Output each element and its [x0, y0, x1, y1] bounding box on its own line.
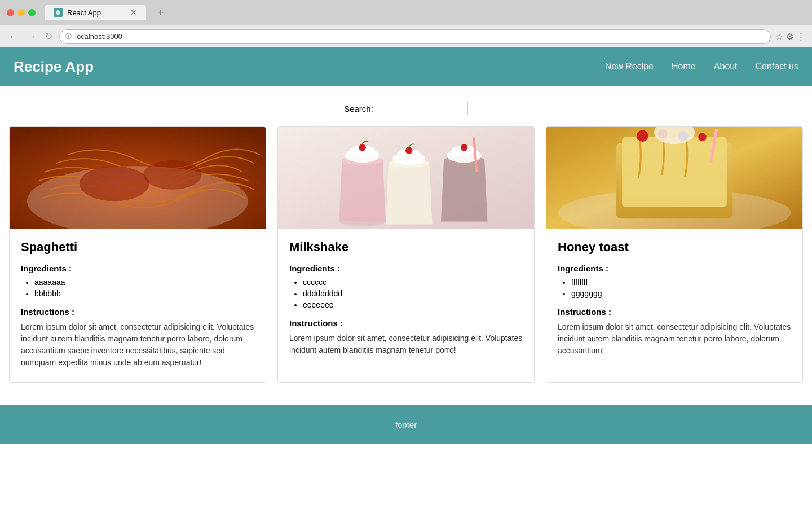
browser-titlebar: React App ✕ + — [0, 0, 812, 25]
recipe-card-body-honeytoast: Honey toast Ingredients : ffffffff ggggg… — [546, 229, 802, 370]
footer-text: footer — [395, 420, 417, 430]
bookmark-button[interactable]: ☆ — [775, 32, 783, 42]
ingredients-label-honeytoast: Ingredients : — [558, 264, 791, 273]
recipe-image-milkshake — [278, 127, 534, 229]
recipe-card-honeytoast: Honey toast Ingredients : ffffffff ggggg… — [546, 126, 803, 383]
ingredient-1: ddddddddd — [303, 289, 523, 298]
ingredient-0: cccccc — [303, 278, 523, 287]
search-input[interactable] — [378, 102, 468, 115]
nav-link-home[interactable]: Home — [672, 62, 696, 72]
browser-window: React App ✕ + ← → ↻ ⓘ localhost:3000 ☆ ⚙… — [0, 0, 812, 508]
svg-point-14 — [405, 147, 412, 154]
recipe-title-honeytoast: Honey toast — [558, 240, 791, 255]
ingredient-0: aaaaaaa — [34, 278, 254, 287]
instructions-label-spaghetti: Instructions : — [21, 307, 254, 317]
svg-point-10 — [359, 144, 365, 151]
recipe-image-spaghetti — [10, 127, 266, 229]
ingredient-2: eeeeeee — [303, 300, 523, 309]
recipe-cards-grid: Spaghetti Ingredients : aaaaaaa bbbbbb I… — [0, 126, 812, 405]
toolbar-actions: ☆ ⚙ ⋮ — [775, 32, 805, 42]
navbar-links: New Recipe Home About Contact us — [605, 62, 798, 72]
browser-tab[interactable]: React App ✕ — [45, 5, 146, 20]
nav-link-about[interactable]: About — [714, 62, 738, 72]
ingredients-label-spaghetti: Ingredients : — [21, 264, 254, 273]
footer: footer — [0, 405, 812, 444]
recipe-card-spaghetti: Spaghetti Ingredients : aaaaaaa bbbbbb I… — [9, 126, 266, 383]
search-section: Search: — [0, 86, 812, 126]
browser-toolbar: ← → ↻ ⓘ localhost:3000 ☆ ⚙ ⋮ — [0, 25, 812, 47]
nav-link-contact[interactable]: Contact us — [756, 62, 798, 72]
minimize-button[interactable] — [17, 9, 25, 16]
recipe-title-spaghetti: Spaghetti — [21, 240, 254, 255]
close-button[interactable] — [7, 9, 14, 16]
search-label: Search: — [344, 104, 373, 113]
extensions-button[interactable]: ⚙ — [786, 32, 793, 42]
tab-close-button[interactable]: ✕ — [130, 8, 137, 17]
instructions-label-honeytoast: Instructions : — [558, 307, 791, 317]
ingredients-list-spaghetti: aaaaaaa bbbbbb — [21, 278, 254, 298]
tab-favicon — [54, 8, 63, 17]
address-bar[interactable]: ⓘ localhost:3000 — [59, 29, 771, 44]
recipe-card-body-milkshake: Milkshake Ingredients : cccccc ddddddddd… — [278, 229, 534, 370]
recipe-card-milkshake: Milkshake Ingredients : cccccc ddddddddd… — [277, 126, 535, 383]
navbar: Recipe App New Recipe Home About Contact… — [0, 47, 812, 86]
back-button[interactable]: ← — [7, 29, 20, 44]
navbar-brand[interactable]: Recipe App — [14, 58, 605, 76]
svg-rect-23 — [622, 137, 727, 207]
svg-point-24 — [637, 130, 648, 142]
lock-icon: ⓘ — [65, 32, 72, 41]
ingredients-label-milkshake: Ingredients : — [289, 264, 523, 273]
app-content: Recipe App New Recipe Home About Contact… — [0, 47, 812, 508]
url-text: localhost:3000 — [75, 32, 122, 41]
ingredients-list-milkshake: cccccc ddddddddd eeeeeee — [289, 278, 523, 309]
ingredient-0: ffffffff — [571, 278, 791, 287]
ingredient-1: bbbbbb — [34, 289, 254, 298]
instructions-honeytoast: Lorem ipsum dolor sit amet, consectetur … — [558, 321, 791, 357]
instructions-spaghetti: Lorem ipsum dolor sit amet, consectetur … — [21, 321, 254, 369]
forward-button[interactable]: → — [25, 29, 38, 44]
svg-point-27 — [698, 133, 706, 141]
ingredients-list-honeytoast: ffffffff ggggggg — [558, 278, 791, 298]
recipe-title-milkshake: Milkshake — [289, 240, 523, 255]
tab-title: React App — [67, 8, 101, 17]
svg-point-18 — [461, 144, 467, 151]
nav-link-new-recipe[interactable]: New Recipe — [605, 62, 654, 72]
recipe-card-body-spaghetti: Spaghetti Ingredients : aaaaaaa bbbbbb I… — [10, 229, 266, 382]
instructions-label-milkshake: Instructions : — [289, 318, 523, 328]
ingredient-1: ggggggg — [571, 289, 791, 298]
reload-button[interactable]: ↻ — [43, 29, 55, 44]
window-controls — [7, 9, 36, 16]
menu-button[interactable]: ⋮ — [797, 32, 805, 42]
maximize-button[interactable] — [28, 9, 36, 16]
svg-point-0 — [56, 10, 60, 15]
svg-point-4 — [143, 160, 201, 190]
new-tab-button[interactable]: + — [153, 5, 169, 20]
instructions-milkshake: Lorem ipsum dolor sit amet, consectetur … — [289, 332, 523, 356]
svg-point-3 — [80, 166, 149, 201]
recipe-image-honeytoast — [546, 127, 802, 229]
